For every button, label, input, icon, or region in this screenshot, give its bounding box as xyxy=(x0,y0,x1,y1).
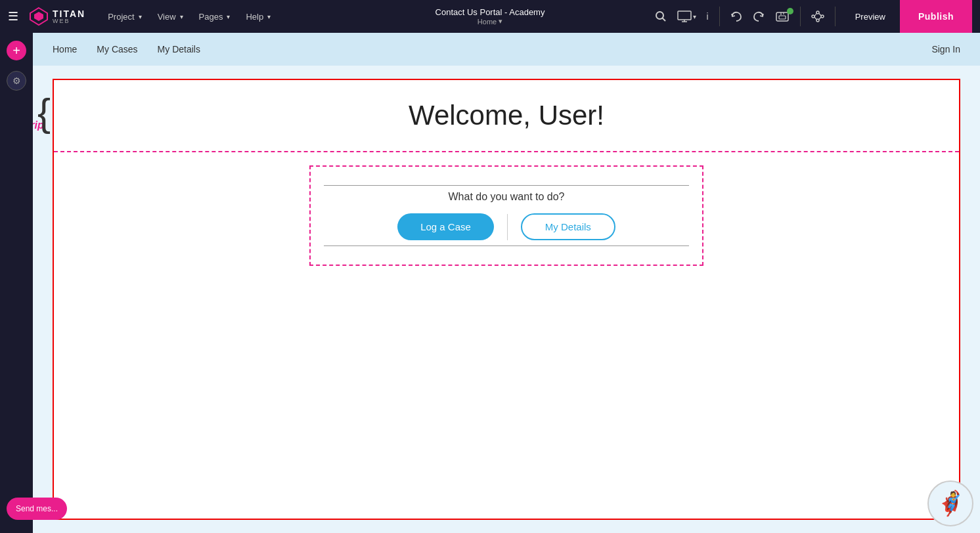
svg-point-11 xyxy=(812,15,814,18)
main-content: Home My Cases My Details Sign In strip {… xyxy=(33,33,980,533)
project-menu[interactable]: Project ▾ xyxy=(101,8,148,26)
save-badge xyxy=(787,8,793,14)
svg-marker-1 xyxy=(34,12,43,21)
device-selector[interactable]: ▾ xyxy=(677,11,696,22)
svg-point-13 xyxy=(821,15,824,18)
toolbar-right: ▾ i xyxy=(655,7,895,26)
chat-button[interactable]: Send mes... xyxy=(7,498,67,520)
toolbar-divider-2 xyxy=(800,7,801,26)
action-divider-top xyxy=(324,185,689,186)
pages-menu[interactable]: Pages ▾ xyxy=(192,8,237,26)
strip-brace: { xyxy=(37,93,51,133)
log-case-button[interactable]: Log a Case xyxy=(397,213,494,240)
view-menu[interactable]: View ▾ xyxy=(151,8,190,26)
welcome-section: Welcome, User! xyxy=(54,80,959,152)
welcome-title: Welcome, User! xyxy=(67,100,946,131)
logo-area: TITAN WEB xyxy=(29,7,85,26)
left-sidebar: + ⚙ xyxy=(0,33,33,533)
logo-web-label: WEB xyxy=(53,18,85,24)
titan-logo-icon xyxy=(29,7,49,26)
toolbar-divider-3 xyxy=(835,7,835,26)
monitor-icon xyxy=(677,11,692,22)
pages-chevron: ▾ xyxy=(227,13,230,20)
add-element-button[interactable]: + xyxy=(7,41,26,60)
svg-point-14 xyxy=(816,19,819,22)
help-chevron: ▾ xyxy=(267,13,271,20)
toolbar-nav: Project ▾ View ▾ Pages ▾ Help ▾ xyxy=(101,8,277,26)
center-sub-chevron: ▾ xyxy=(499,17,502,26)
action-divider-bottom xyxy=(324,245,689,246)
page-container: strip { Welcome, User! What do you want … xyxy=(53,79,960,520)
settings-button[interactable]: ⚙ xyxy=(7,71,26,91)
svg-line-16 xyxy=(819,14,821,16)
svg-line-15 xyxy=(814,14,816,17)
page-title: Contact Us Portal - Academy xyxy=(435,7,545,17)
node-editor-button[interactable] xyxy=(811,11,824,22)
helper-avatar[interactable]: 🦸 xyxy=(927,480,973,526)
device-chevron: ▾ xyxy=(693,13,696,20)
view-chevron: ▾ xyxy=(180,13,183,20)
page-sub[interactable]: Home ▾ xyxy=(435,17,545,26)
search-icon xyxy=(655,11,667,22)
publish-button[interactable]: Publish xyxy=(900,0,972,33)
help-menu[interactable]: Help ▾ xyxy=(239,8,277,26)
redo-icon xyxy=(753,11,765,22)
logo-text: TITAN WEB xyxy=(53,9,85,24)
toolbar-divider-1 xyxy=(719,7,720,26)
info-button[interactable]: i xyxy=(707,11,709,22)
preview-button[interactable]: Preview xyxy=(846,8,895,26)
nav-my-cases[interactable]: My Cases xyxy=(97,44,137,54)
svg-rect-8 xyxy=(779,16,786,19)
svg-line-3 xyxy=(662,18,665,22)
svg-point-2 xyxy=(656,12,663,19)
my-details-button[interactable]: My Details xyxy=(521,213,615,240)
button-divider xyxy=(507,214,508,240)
action-section-inner: What do you want to do? Log a Case My De… xyxy=(309,165,703,266)
logo-titan-label: TITAN xyxy=(53,9,85,18)
toolbar-center: Contact Us Portal - Academy Home ▾ xyxy=(435,7,545,26)
svg-rect-4 xyxy=(678,11,691,20)
action-question: What do you want to do? xyxy=(324,191,689,203)
save-button[interactable] xyxy=(775,11,790,22)
redo-button[interactable] xyxy=(753,11,765,22)
sign-in-link[interactable]: Sign In xyxy=(931,44,960,54)
hamburger-menu[interactable]: ☰ xyxy=(8,9,18,24)
search-button[interactable] xyxy=(655,11,667,22)
action-buttons: Log a Case My Details xyxy=(324,213,689,240)
node-icon xyxy=(811,11,824,22)
nav-my-details[interactable]: My Details xyxy=(158,44,200,54)
toolbar: ☰ TITAN WEB Project ▾ View ▾ Pages ▾ Hel… xyxy=(0,0,980,33)
project-chevron: ▾ xyxy=(139,13,142,20)
canvas-area: strip { Welcome, User! What do you want … xyxy=(33,66,980,533)
page-nav-items: Home My Cases My Details xyxy=(53,44,200,54)
svg-line-17 xyxy=(819,17,821,20)
svg-rect-7 xyxy=(776,12,788,21)
svg-line-18 xyxy=(814,17,816,20)
page-nav-bar: Home My Cases My Details Sign In xyxy=(33,33,980,66)
svg-point-12 xyxy=(816,11,819,14)
nav-home[interactable]: Home xyxy=(53,44,77,54)
undo-icon xyxy=(730,11,742,22)
action-section: What do you want to do? Log a Case My De… xyxy=(54,152,959,279)
undo-button[interactable] xyxy=(730,11,742,22)
